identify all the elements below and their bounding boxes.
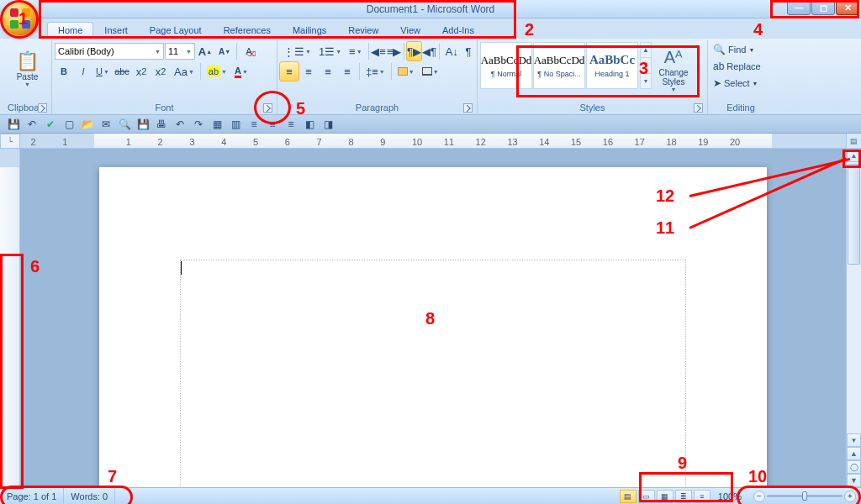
tab-add-ins[interactable]: Add-Ins — [431, 22, 485, 39]
browse-object-button[interactable]: ◯ — [847, 460, 861, 474]
tab-insert[interactable]: Insert — [93, 22, 139, 39]
change-case-button[interactable]: Aa▼ — [171, 62, 198, 81]
horizontal-ruler[interactable]: 211234567891011121314151617181920 — [20, 134, 846, 148]
qat-spell-button[interactable]: ✔ — [42, 117, 59, 132]
scroll-up-button[interactable]: ▲ — [847, 149, 861, 162]
qat-ind1-button[interactable]: ◧ — [301, 117, 318, 132]
scroll-track[interactable] — [847, 162, 861, 433]
align-center-button[interactable]: ≡ — [299, 62, 318, 81]
superscript-button[interactable]: x2 — [151, 62, 170, 81]
style-heading-1[interactable]: AaBbCcHeading 1 — [586, 42, 638, 89]
qat-center-button[interactable]: ≡ — [264, 117, 281, 132]
styles-launcher[interactable] — [694, 103, 703, 113]
office-button[interactable] — [2, 0, 39, 37]
shrink-font-button[interactable]: A▼ — [215, 42, 234, 60]
qat-save2-button[interactable]: 💾 — [135, 117, 151, 132]
qat-new-button[interactable]: ▢ — [61, 117, 77, 132]
qat-email-button[interactable]: ✉ — [98, 117, 114, 132]
align-right-button[interactable]: ≡ — [319, 62, 337, 81]
select-button[interactable]: ➤Select▼ — [710, 76, 771, 91]
qat-open-button[interactable]: 📂 — [79, 117, 96, 132]
view-web-button[interactable]: ▦ — [657, 490, 673, 503]
clear-format-button[interactable]: A⌫ — [240, 42, 258, 60]
qat-redo-button[interactable]: ↷ — [190, 117, 207, 132]
minimize-button[interactable]: — — [787, 0, 811, 15]
numbering-button[interactable]: 1☰▼ — [315, 42, 345, 60]
view-outline-button[interactable]: ≣ — [675, 490, 692, 503]
next-page-button[interactable]: ▼ — [847, 474, 861, 487]
qat-cols-button[interactable]: ▥ — [227, 117, 244, 132]
page[interactable] — [99, 167, 767, 487]
font-color-button[interactable]: A▼ — [231, 62, 251, 81]
styles-scroll[interactable]: ▲ ▼ ▾ — [640, 42, 652, 89]
change-styles-button[interactable]: Aᴬ Change Styles ▼ — [653, 42, 694, 97]
show-marks-button[interactable]: ¶ — [462, 42, 474, 60]
status-words[interactable]: Words: 0 — [64, 488, 115, 504]
tab-review[interactable]: Review — [337, 22, 389, 39]
strikethrough-button[interactable]: abc — [113, 62, 131, 81]
qat-save-button[interactable]: 💾 — [5, 117, 22, 132]
find-button[interactable]: 🔍Find▼ — [710, 42, 771, 57]
tab-home[interactable]: Home — [47, 22, 93, 39]
bold-button[interactable]: B — [55, 62, 73, 81]
styles-down-button[interactable]: ▼ — [641, 58, 651, 73]
align-left-button[interactable]: ≡ — [280, 62, 298, 81]
style--no-spaci-[interactable]: AaBbCcDd¶ No Spaci... — [533, 42, 585, 89]
paragraph-launcher[interactable] — [463, 103, 473, 113]
paste-button[interactable]: 📋 Paste ▼ — [6, 42, 49, 97]
status-page[interactable]: Page: 1 of 1 — [0, 488, 64, 504]
replace-button[interactable]: abReplace — [710, 59, 771, 74]
zoom-in-button[interactable]: + — [844, 491, 856, 502]
qat-print-button[interactable]: 🖶 — [153, 117, 170, 132]
tab-page-layout[interactable]: Page Layout — [139, 22, 213, 39]
close-button[interactable]: ✕ — [836, 0, 859, 15]
tab-selector[interactable]: └ — [0, 134, 20, 149]
underline-button[interactable]: U▼ — [93, 62, 112, 81]
styles-more-button[interactable]: ▾ — [641, 74, 651, 88]
ltr-button[interactable]: ¶▶ — [407, 42, 421, 60]
qat-right-button[interactable]: ≡ — [283, 117, 299, 132]
zoom-out-button[interactable]: − — [753, 491, 765, 502]
zoom-slider[interactable] — [767, 495, 843, 497]
style--normal[interactable]: AaBbCcDd¶ Normal — [480, 42, 532, 89]
view-draft-button[interactable]: ≡ — [694, 490, 710, 503]
qat-undo-button[interactable]: ↶ — [24, 117, 40, 132]
view-reading-button[interactable]: ▭ — [638, 490, 655, 503]
grow-font-button[interactable]: A▲ — [196, 42, 214, 60]
zoom-level[interactable]: 100% — [711, 488, 748, 504]
prev-page-button[interactable]: ▲ — [847, 447, 861, 460]
borders-button[interactable]: ▼ — [419, 62, 442, 81]
justify-button[interactable]: ≡ — [338, 62, 357, 81]
sort-button[interactable]: A↓ — [442, 42, 462, 60]
ruler-toggle-button[interactable]: ▤ — [846, 134, 861, 148]
tab-view[interactable]: View — [389, 22, 431, 39]
multilevel-button[interactable]: ≡▼ — [346, 42, 366, 60]
document-area[interactable] — [20, 149, 846, 487]
tab-mailings[interactable]: Mailings — [282, 22, 337, 39]
line-spacing-button[interactable]: ‡≡▼ — [362, 62, 388, 81]
clipboard-launcher[interactable] — [38, 103, 47, 113]
shading-button[interactable]: ▼ — [394, 62, 418, 81]
vertical-ruler[interactable] — [0, 149, 20, 487]
italic-button[interactable]: I — [74, 62, 92, 81]
increase-indent-button[interactable]: ≡▶ — [387, 42, 402, 60]
tab-references[interactable]: References — [213, 22, 282, 39]
maximize-button[interactable]: ◻ — [811, 0, 835, 15]
font-size-select[interactable]: 11▼ — [165, 43, 195, 60]
highlight-button[interactable]: ab▼ — [203, 62, 230, 81]
view-print-button[interactable]: ▤ — [620, 490, 637, 503]
qat-undo2-button[interactable]: ↶ — [172, 117, 188, 132]
qat-left-button[interactable]: ≡ — [246, 117, 262, 132]
scroll-thumb[interactable] — [848, 164, 860, 265]
decrease-indent-button[interactable]: ◀≡ — [371, 42, 386, 60]
qat-preview-button[interactable]: 🔍 — [116, 117, 133, 132]
font-name-select[interactable]: Calibri (Body)▼ — [55, 43, 164, 60]
qat-table-button[interactable]: ▦ — [209, 117, 225, 132]
subscript-button[interactable]: x2 — [132, 62, 151, 81]
qat-ind2-button[interactable]: ◨ — [320, 117, 336, 132]
rtl-button[interactable]: ◀¶ — [422, 42, 436, 60]
styles-up-button[interactable]: ▲ — [641, 43, 651, 58]
scroll-down-button[interactable]: ▼ — [847, 433, 861, 447]
bullets-button[interactable]: ⋮☰▼ — [280, 42, 314, 60]
font-launcher[interactable] — [263, 103, 272, 113]
